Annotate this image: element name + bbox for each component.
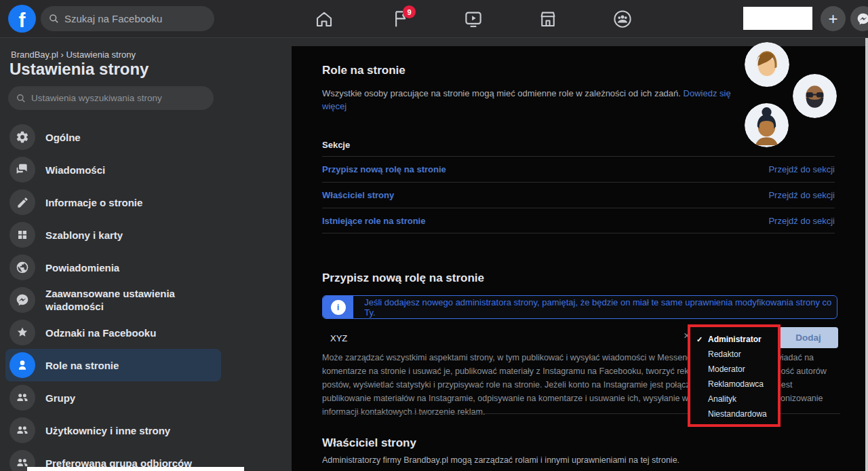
- sidebar-item-grupy[interactable]: Grupy: [5, 381, 221, 414]
- settings-menu: Ogólne Wiadomości Informacje o stronie S…: [5, 121, 221, 471]
- avatar: [745, 103, 789, 147]
- sidebar-item-label: Informacje o stronie: [45, 196, 142, 209]
- sidebar-item-szablony[interactable]: Szablony i karty: [5, 219, 221, 251]
- breadcrumb[interactable]: BrandBay.pl › Ustawienia strony: [11, 50, 136, 60]
- add-button[interactable]: Dodaj: [778, 327, 838, 348]
- marketplace-icon[interactable]: [538, 9, 558, 29]
- top-bar: f 9 +: [0, 0, 868, 38]
- roles-description: Wszystkie osoby pracujące na stronie mog…: [322, 87, 736, 113]
- assign-role-input[interactable]: [322, 328, 702, 348]
- watch-icon[interactable]: [463, 9, 484, 29]
- messenger-icon: [9, 287, 35, 313]
- settings-search[interactable]: [8, 86, 214, 110]
- main-panel: Role na stronie Wszystkie osoby pracując…: [292, 46, 865, 471]
- dropdown-option-moderator[interactable]: Moderator: [690, 362, 778, 377]
- create-button[interactable]: +: [821, 6, 846, 31]
- messenger-icon: [856, 12, 868, 26]
- role-dropdown-annotated: ✓ Administrator Redaktor Moderator Rekla…: [688, 324, 781, 427]
- sidebar-item-label: Użytkownicy i inne strony: [45, 424, 170, 437]
- global-search[interactable]: [41, 6, 214, 31]
- sidebar-item-powiadomienia[interactable]: Powiadomienia: [5, 251, 221, 284]
- assign-role-heading: Przypisz nową rolę na stronie: [322, 271, 484, 285]
- info-icon: i: [323, 296, 353, 318]
- pencil-icon: [9, 189, 35, 215]
- messenger-button[interactable]: [850, 6, 868, 31]
- search-input[interactable]: [64, 13, 206, 24]
- sidebar-item-label: Zaawansowane ustawienia wiadomości: [45, 287, 217, 313]
- sidebar-item-uzytkownicy[interactable]: Użytkownicy i inne strony: [5, 414, 221, 447]
- star-badge-icon: [9, 320, 35, 345]
- sidebar-item-role-na-stronie[interactable]: Role na stronie: [5, 349, 221, 381]
- settings-search-input[interactable]: [31, 93, 205, 103]
- chat-bubbles-icon: [9, 157, 35, 183]
- grid-icon: [9, 222, 35, 248]
- profile-redacted-box[interactable]: [743, 7, 812, 30]
- info-banner-text: Jeśli dodajesz nowego administratora str…: [353, 296, 837, 318]
- owner-description: Administratorzy firmy Brandbay.pl mogą z…: [322, 455, 824, 465]
- section-row: Istniejące role na stronie Przejdź do se…: [322, 208, 835, 233]
- sidebar-item-label: Grupy: [45, 392, 75, 404]
- notification-badge: 9: [403, 5, 416, 18]
- dropdown-option-niestandardowa[interactable]: Niestandardowa: [690, 407, 778, 421]
- section-link[interactable]: Przypisz nową rolę na stronie: [322, 164, 446, 174]
- avatar: [793, 74, 837, 118]
- sidebar-item-informacje[interactable]: Informacje o stronie: [5, 186, 221, 219]
- info-banner: i Jeśli dodajesz nowego administratora s…: [322, 295, 837, 319]
- sidebar-item-label: Ogólne: [45, 131, 81, 144]
- roles-heading: Role na stronie: [322, 64, 406, 77]
- go-to-section-link[interactable]: Przejdź do sekcji: [768, 164, 835, 174]
- go-to-section-link[interactable]: Przejdź do sekcji: [768, 190, 835, 200]
- sidebar-item-label: Szablony i karty: [45, 229, 123, 242]
- person-icon: [9, 352, 35, 378]
- page-title: Ustawienia strony: [9, 60, 149, 79]
- dropdown-option-administrator[interactable]: ✓ Administrator: [690, 332, 778, 347]
- sidebar-item-zaawansowane[interactable]: Zaawansowane ustawienia wiadomości: [5, 284, 221, 316]
- search-icon: [16, 94, 26, 103]
- dropdown-option-reklamodawca[interactable]: Reklamodawca: [690, 377, 778, 392]
- search-icon: [49, 14, 59, 24]
- section-row: Właściciel strony Przejdź do sekcji: [322, 182, 835, 208]
- groups-icon[interactable]: [612, 9, 633, 29]
- go-to-section-link[interactable]: Przejdź do sekcji: [768, 216, 835, 226]
- sidebar-item-odznaki[interactable]: Odznaki na Facebooku: [5, 316, 221, 349]
- check-icon: ✓: [696, 332, 703, 347]
- dropdown-option-analityk[interactable]: Analityk: [690, 392, 778, 407]
- section-link[interactable]: Istniejące role na stronie: [322, 216, 425, 226]
- sections-list: Przypisz nową rolę na stronie Przejdź do…: [322, 156, 835, 233]
- section-row: Przypisz nową rolę na stronie Przejdź do…: [322, 156, 835, 182]
- people-icon: [9, 417, 35, 443]
- facebook-logo-icon[interactable]: f: [8, 5, 36, 33]
- sidebar-item-label: Powiadomienia: [45, 261, 119, 274]
- people-icon: [9, 385, 35, 411]
- sections-label: Sekcje: [322, 140, 350, 150]
- scrollbar[interactable]: [865, 38, 868, 471]
- home-icon[interactable]: [314, 9, 334, 29]
- redacted-strip: [27, 467, 244, 471]
- sidebar-item-label: Wiadomości: [45, 164, 105, 176]
- sidebar-item-wiadomosci[interactable]: Wiadomości: [5, 153, 221, 186]
- avatar: [745, 42, 789, 87]
- section-link[interactable]: Właściciel strony: [322, 190, 394, 200]
- sidebar-item-ogolne[interactable]: Ogólne: [5, 121, 221, 153]
- globe-icon: [9, 255, 35, 280]
- dropdown-option-redaktor[interactable]: Redaktor: [690, 347, 778, 362]
- sidebar-item-label: Role na stronie: [45, 359, 119, 372]
- sidebar-item-label: Odznaki na Facebooku: [45, 326, 156, 339]
- gear-icon: [9, 124, 35, 150]
- owner-heading: Właściciel strony: [322, 436, 416, 450]
